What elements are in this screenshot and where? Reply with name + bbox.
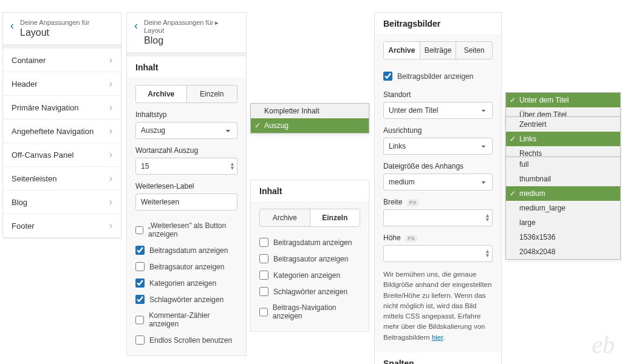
check-show-images[interactable]: Beitragsbilder anzeigen xyxy=(383,68,493,84)
page-title: Layout xyxy=(20,27,89,38)
readmore-input[interactable] xyxy=(135,194,238,211)
height-label: Höhe PX xyxy=(383,234,493,242)
wordcount-input[interactable] xyxy=(135,158,238,175)
wordcount-label: Wortanzahl Auszug xyxy=(135,146,238,155)
tab-single[interactable]: Einzeln xyxy=(186,86,238,103)
align-dropdown[interactable]: Zentriert Links Rechts xyxy=(505,116,621,161)
content-type-dropdown[interactable]: Kompletter Inhalt Auszug xyxy=(250,103,369,133)
section-item-container[interactable]: Container› xyxy=(3,49,121,72)
option-left[interactable]: Links xyxy=(506,132,620,146)
section-item-footer[interactable]: Footer› xyxy=(3,214,121,238)
stepper-icon[interactable]: ▲▼ xyxy=(485,249,490,258)
back-icon[interactable]: ‹ xyxy=(10,19,14,31)
chevron-right-icon: › xyxy=(109,78,112,89)
help-text: Wir bemühen uns, die genaue Bildgröße an… xyxy=(383,269,493,343)
option-full[interactable]: full xyxy=(506,157,620,172)
option-full-content[interactable]: Kompletter Inhalt xyxy=(251,104,369,118)
check-date[interactable]: Beitragsdatum anzeigen xyxy=(259,234,360,251)
panel-featured-images: Beitragsbilder Archive Beiträge Seiten B… xyxy=(374,12,502,364)
option-medium[interactable]: medium xyxy=(506,186,620,201)
section-item-primary-nav[interactable]: Primäre Navigation› xyxy=(3,96,121,120)
content-tabs: Archive Einzeln xyxy=(259,209,360,227)
section-title: Inhalt xyxy=(127,56,246,79)
tab-pages[interactable]: Seiten xyxy=(456,42,492,59)
panel-header: ‹ Deine Anpassungen für ▸ Layout Blog xyxy=(127,13,246,53)
size-dropdown[interactable]: full thumbnail medium medium_large large… xyxy=(505,157,621,260)
panel-blog-single: Inhalt Archive Einzeln Beitragsdatum anz… xyxy=(250,180,369,332)
width-label: Breite PX xyxy=(383,198,493,206)
panel-body: Inhalt Archive Einzeln Inhaltstyp Auszug… xyxy=(127,56,246,356)
chevron-right-icon: › xyxy=(109,102,112,113)
chevron-right-icon: › xyxy=(109,197,112,207)
check-post-nav[interactable]: Beitrags-Navigation anzeigen xyxy=(259,300,360,324)
option-excerpt[interactable]: Auszug xyxy=(251,118,369,133)
align-label: Ausrichtung xyxy=(383,126,493,135)
watermark-logo: eb xyxy=(592,331,615,359)
panel-blog-archive: ‹ Deine Anpassungen für ▸ Layout Blog In… xyxy=(126,12,247,356)
option-2048[interactable]: 2048x2048 xyxy=(506,244,620,259)
align-select[interactable]: Links xyxy=(383,138,493,155)
location-label: Standort xyxy=(383,90,493,99)
chevron-right-icon: › xyxy=(109,55,112,66)
section-item-header[interactable]: Header› xyxy=(3,72,121,96)
back-icon[interactable]: ‹ xyxy=(134,19,138,31)
check-author[interactable]: Beitragsautor anzeigen xyxy=(259,251,360,267)
section-item-blog[interactable]: Blog› xyxy=(3,190,121,214)
help-link[interactable]: hier xyxy=(432,334,443,341)
width-input[interactable] xyxy=(383,209,493,226)
tab-archive[interactable]: Archive xyxy=(260,209,310,226)
size-select[interactable]: medium xyxy=(383,174,493,190)
chevron-right-icon: › xyxy=(109,149,112,160)
panel-body: Inhalt Archive Einzeln Beitragsdatum anz… xyxy=(251,180,369,331)
check-tags[interactable]: Schlagwörter anzeigen xyxy=(135,291,238,308)
featured-tabs: Archive Beiträge Seiten xyxy=(383,41,493,59)
stepper-icon[interactable]: ▲▼ xyxy=(485,214,490,222)
tab-archive[interactable]: Archive xyxy=(136,86,186,103)
option-thumbnail[interactable]: thumbnail xyxy=(506,172,620,186)
columns-section-title: Spalten xyxy=(375,352,501,364)
tab-single[interactable]: Einzeln xyxy=(310,209,360,226)
check-readmore-button[interactable]: „Weiterlesen" als Button anzeigen xyxy=(135,218,238,242)
breadcrumb: Deine Anpassungen für xyxy=(20,19,89,26)
content-tabs: Archive Einzeln xyxy=(135,85,238,103)
section-item-sidebars[interactable]: Seitenleisten› xyxy=(3,167,121,190)
layout-section-list: Container› Header› Primäre Navigation› A… xyxy=(3,49,121,238)
stepper-icon[interactable]: ▲▼ xyxy=(230,162,235,170)
chevron-right-icon: › xyxy=(109,220,112,231)
option-large[interactable]: large xyxy=(506,215,620,230)
chevron-right-icon: › xyxy=(109,173,112,184)
check-tags[interactable]: Schlagwörter anzeigen xyxy=(259,283,360,300)
check-categories[interactable]: Kategorien anzeigen xyxy=(135,275,238,291)
page-title: Blog xyxy=(144,35,239,46)
section-title: Inhalt xyxy=(251,180,369,203)
option-below-title[interactable]: Unter dem Titel xyxy=(506,93,620,107)
check-author[interactable]: Beitragsautor anzeigen xyxy=(135,258,238,275)
option-center[interactable]: Zentriert xyxy=(506,117,620,132)
tab-posts[interactable]: Beiträge xyxy=(420,42,456,59)
panel-body: Beitragsbilder Archive Beiträge Seiten B… xyxy=(375,13,501,364)
content-type-select[interactable]: Auszug xyxy=(135,122,238,139)
check-date[interactable]: Beitragsdatum anzeigen xyxy=(135,242,238,258)
panel-header: ‹ Deine Anpassungen für Layout xyxy=(3,13,121,45)
size-label: Dateigröße des Anhangs xyxy=(383,162,493,170)
panel-layout: ‹ Deine Anpassungen für Layout Container… xyxy=(2,12,121,238)
location-select[interactable]: Unter dem Titel xyxy=(383,102,493,119)
breadcrumb: Deine Anpassungen für ▸ Layout xyxy=(144,19,239,34)
tab-archive[interactable]: Archive xyxy=(384,42,420,59)
check-infinite-scroll[interactable]: Endlos Scrollen benutzen xyxy=(135,332,238,348)
check-categories[interactable]: Kategorien anzeigen xyxy=(259,267,360,283)
check-comments[interactable]: Kommentar-Zähler anzeigen xyxy=(135,308,238,332)
height-input[interactable] xyxy=(383,245,493,262)
content-type-label: Inhaltstyp xyxy=(135,110,238,119)
section-item-offcanvas[interactable]: Off-Canvas Panel› xyxy=(3,143,121,167)
option-1536[interactable]: 1536x1536 xyxy=(506,230,620,244)
chevron-right-icon: › xyxy=(109,126,112,136)
section-item-sticky-nav[interactable]: Angeheftete Navigation› xyxy=(3,120,121,143)
readmore-label: Weiterlesen-Label xyxy=(135,182,238,190)
section-title: Beitragsbilder xyxy=(375,13,501,35)
option-medium-large[interactable]: medium_large xyxy=(506,201,620,215)
